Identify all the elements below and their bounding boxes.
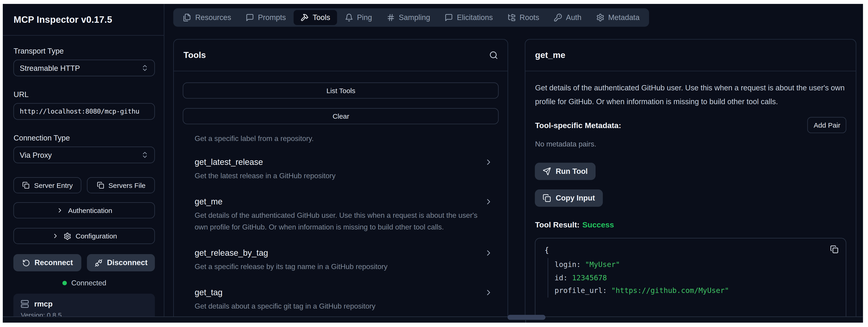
connected-dot-icon [62,281,67,285]
tab-resources[interactable]: Resources [176,10,238,25]
json-line: id: 12345678 [555,271,837,285]
copy-icon[interactable] [830,245,839,254]
add-pair-button[interactable]: Add Pair [808,117,846,133]
tool-detail-title: get_me [535,50,565,60]
tab-prompts[interactable]: Prompts [239,10,292,25]
no-metadata-text: No metadata pairs. [535,140,846,148]
chevron-right-icon [485,158,493,167]
gear-icon [596,13,604,22]
bottom-scrollbar-track [3,317,863,322]
message-square-icon [445,13,453,22]
panel-resize-handle[interactable] [508,315,546,320]
unplug-icon [95,259,102,267]
tab-roots[interactable]: Roots [501,10,546,25]
url-input[interactable]: http://localhost:8080/mcp-githu [13,103,155,120]
server-name: rmcp [34,300,53,308]
hash-icon [386,13,395,22]
chevron-right-icon [56,207,63,214]
main-content: Resources Prompts Tools Ping Sampling El… [165,4,863,317]
panels: Tools List Tools Clear Get a specific la… [165,39,863,317]
connection-type-label: Connection Type [13,134,155,142]
configuration-label: Configuration [76,232,117,240]
tools-panel-header: Tools [174,40,508,71]
tools-panel: Tools List Tools Clear Get a specific la… [174,39,508,317]
files-icon [183,13,191,22]
tab-tools[interactable]: Tools [293,10,337,25]
chevron-right-icon [485,288,493,297]
result-json-viewer: { login: "MyUser" id: 12345678 profile_u… [535,238,846,317]
tab-metadata[interactable]: Metadata [589,10,646,25]
tool-result-row: Tool Result:Success [535,220,846,229]
page: MCP Inspector v0.17.5 Transport Type Str… [0,0,868,327]
copy-icon [543,194,551,202]
tool-description: Get details of the authenticated GitHub … [535,82,846,110]
connection-status: Connected [13,279,155,287]
key-icon [554,13,562,22]
configuration-button[interactable]: Configuration [13,228,155,244]
panel-divider[interactable] [508,39,525,317]
sidebar-header: MCP Inspector v0.17.5 [3,4,164,36]
connection-type-value: Via Proxy [20,151,52,159]
tool-list-item-get_tag[interactable]: get_tag Get details about a specific git… [183,287,499,312]
transport-type-label: Transport Type [13,47,155,55]
sidebar: MCP Inspector v0.17.5 Transport Type Str… [3,4,165,317]
mcp-inspector-app: MCP Inspector v0.17.5 Transport Type Str… [3,4,863,322]
connection-status-text: Connected [71,279,106,287]
hammer-icon [300,13,309,22]
copy-input-button[interactable]: Copy Input [535,190,603,207]
servers-file-button[interactable]: Servers File [87,177,155,194]
send-icon [543,168,551,176]
tools-panel-title: Tools [184,50,206,60]
chevron-right-icon [485,197,493,206]
server-entry-label: Server Entry [34,182,73,189]
transport-type-select[interactable]: Streamable HTTP [13,60,155,77]
copy-input-label: Copy Input [556,194,595,202]
tool-list-item-get_release_by_tag[interactable]: get_release_by_tag Get a specific releas… [183,248,499,273]
panel-divider-line [526,319,526,322]
tab-sampling[interactable]: Sampling [380,10,437,25]
tool-detail-header: get_me [526,40,856,71]
chevrons-up-down-icon [141,64,149,72]
json-lines: login: "MyUser" id: 12345678 profile_url… [548,258,837,298]
copy-icon [22,182,29,189]
transport-type-value: Streamable HTTP [20,64,80,72]
tab-elicitations[interactable]: Elicitations [438,10,500,25]
message-square-icon [246,13,254,22]
tab-auth[interactable]: Auth [547,10,588,25]
chevron-right-icon [485,248,493,257]
authentication-button[interactable]: Authentication [13,202,155,218]
tool-list-item-get_latest_release[interactable]: get_latest_release Get the latest releas… [183,157,499,182]
json-line: profile_url: "https://github.com/MyUser" [555,285,837,298]
reconnect-label: Reconnect [34,259,73,267]
bell-icon [345,13,353,22]
authentication-label: Authentication [68,207,112,214]
app-title: MCP Inspector v0.17.5 [13,14,112,25]
rotate-ccw-icon [22,259,30,267]
tool-list: get_latest_release Get the latest releas… [183,157,499,317]
list-tools-button[interactable]: List Tools [183,83,499,99]
tool-detail-panel: get_me Get details of the authenticated … [525,39,857,317]
run-tool-button[interactable]: Run Tool [535,163,595,180]
tool-detail-body: Get details of the authenticated GitHub … [526,71,856,317]
reconnect-button[interactable]: Reconnect [13,254,82,272]
run-tool-label: Run Tool [556,168,588,176]
tab-ping[interactable]: Ping [338,10,379,25]
copy-icon [97,182,104,189]
tabbar: Resources Prompts Tools Ping Sampling El… [174,8,649,27]
server-entry-button[interactable]: Server Entry [13,177,82,194]
server-icon [21,300,29,308]
disconnect-label: Disconnect [107,259,147,267]
tool-partial-description: Get a specific label from a repository. [183,135,499,143]
search-icon[interactable] [489,51,498,60]
chevrons-up-down-icon [141,151,149,159]
servers-file-label: Servers File [108,182,146,189]
disconnect-button[interactable]: Disconnect [87,254,155,272]
url-value: http://localhost:8080/mcp-githu [20,108,140,116]
metadata-label: Tool-specific Metadata: [535,121,621,130]
chevron-right-icon [52,233,59,240]
tools-list-body: List Tools Clear Get a specific label fr… [174,71,508,317]
connection-type-select[interactable]: Via Proxy [13,147,155,164]
tool-list-item-get_me[interactable]: get_me Get details of the authenticated … [183,197,499,233]
tool-result-status: Success [582,220,614,229]
clear-button[interactable]: Clear [183,108,499,124]
